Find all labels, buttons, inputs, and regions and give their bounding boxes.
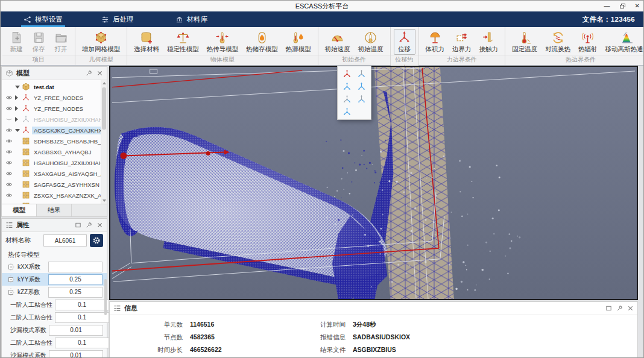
toolbar-group-label: 几何模型 bbox=[75, 55, 127, 65]
toolbar-button-gaussian-flux[interactable]: 移动高斯热通量 bbox=[602, 29, 644, 55]
tree-scrollbar[interactable] bbox=[101, 80, 107, 204]
material-name-input[interactable]: AL6061 bbox=[43, 234, 87, 247]
toolbar-button-convection[interactable]: 对流换热 bbox=[541, 29, 574, 55]
eye-open-icon[interactable] bbox=[5, 203, 13, 204]
toolbar-button-save[interactable]: 保存 bbox=[28, 29, 49, 55]
property-value-input[interactable]: 0.25 bbox=[48, 287, 103, 298]
displacement-option-2-triad-icon[interactable] bbox=[341, 81, 353, 92]
eye-open-icon[interactable] bbox=[5, 94, 13, 101]
displacement-option-0-triad-icon[interactable] bbox=[341, 69, 353, 80]
pin-icon[interactable] bbox=[616, 305, 623, 312]
eye-open-icon[interactable] bbox=[5, 181, 13, 188]
toolbar-button-heat-source[interactable]: 热源模型 bbox=[282, 29, 315, 55]
triad-red-small-icon bbox=[22, 104, 30, 113]
displacement-option-1-triad-icon[interactable] bbox=[356, 69, 368, 80]
toolbar-button-init-velocity[interactable]: 初始速度 bbox=[321, 29, 354, 55]
nav-tab-model[interactable]: 模型设置 bbox=[16, 11, 70, 27]
property-value-input[interactable] bbox=[48, 262, 103, 272]
eye-open-icon[interactable] bbox=[5, 127, 13, 134]
property-row[interactable]: 二阶人工粘合性0.1 bbox=[2, 311, 107, 324]
close-icon[interactable] bbox=[96, 222, 103, 228]
eye-open-icon[interactable] bbox=[5, 192, 13, 199]
tree-item[interactable]: test.dat bbox=[2, 81, 107, 92]
expander-down-icon[interactable] bbox=[15, 86, 20, 89]
scrollbar-thumb[interactable] bbox=[104, 279, 107, 315]
properties-panel-header: 属性 bbox=[2, 219, 107, 232]
property-row[interactable]: kYY系数0.25 bbox=[2, 273, 107, 286]
nav-tab-material[interactable]: 材料库 bbox=[168, 11, 215, 27]
pin-icon[interactable] bbox=[86, 70, 92, 77]
expander-right-icon[interactable] bbox=[15, 117, 20, 122]
property-row[interactable]: kXX系数 bbox=[2, 260, 107, 273]
toolbar-button-label: 热辐射 bbox=[578, 45, 598, 54]
toolbar-button-label: 体积力 bbox=[426, 45, 445, 54]
toolbar-button-folder-open[interactable]: 打开 bbox=[50, 29, 72, 55]
eye-closed-icon[interactable] bbox=[5, 116, 13, 123]
displacement-option-6-triad-icon[interactable] bbox=[341, 107, 353, 118]
tree-item[interactable]: HSAUHOISU_JZXIUXHAHX bbox=[2, 157, 107, 168]
toolbar-button-radiation[interactable]: 热辐射 bbox=[575, 29, 601, 55]
model-panel-tab-1[interactable]: 结果 bbox=[37, 204, 72, 216]
nav-tab-post[interactable]: 后处理 bbox=[94, 11, 141, 27]
expander-right-icon[interactable] bbox=[15, 106, 20, 111]
displacement-option-5-triad-icon[interactable] bbox=[356, 94, 368, 105]
property-value-input[interactable]: 0.1 bbox=[55, 300, 109, 310]
eye-open-icon[interactable] bbox=[5, 105, 13, 112]
property-row[interactable]: 沙漏模式系数0.01 bbox=[2, 349, 107, 358]
toolbar-button-doc-new[interactable]: 新建 bbox=[5, 29, 27, 55]
toolbar-button-heat-storage[interactable]: 热储存模型 bbox=[242, 29, 282, 55]
expander-right-icon[interactable] bbox=[15, 95, 20, 100]
close-icon[interactable] bbox=[627, 305, 634, 312]
property-row[interactable]: 沙漏模式系数0.01 bbox=[2, 324, 107, 336]
tree-item[interactable]: XSAXGAUS_AISYAQSH_ASHX bbox=[2, 168, 107, 179]
minimize-button[interactable]: — bbox=[604, 3, 610, 9]
property-row[interactable]: 二阶人工粘合性0.1 bbox=[2, 336, 107, 349]
model-panel-header: 模型 bbox=[2, 67, 107, 80]
toolbar-button-displacement[interactable]: 位移 bbox=[394, 29, 415, 55]
close-icon[interactable] bbox=[96, 70, 103, 77]
displacement-option-3-triad-icon[interactable] bbox=[356, 81, 368, 92]
tree-item[interactable]: HSAUHOISU_JZXIUXHAHX bbox=[2, 114, 107, 125]
tree-item[interactable]: YZ_FREE_NODES bbox=[2, 92, 107, 103]
tree-item[interactable]: XAGBSXG_AYHAQBJ bbox=[2, 146, 107, 157]
toolbar-button-init-temperature[interactable]: 初始温度 bbox=[355, 29, 387, 55]
close-button[interactable]: ✕ bbox=[635, 3, 640, 9]
tree-item[interactable]: YZ_FREE_NODES bbox=[2, 103, 107, 114]
toolbar-button-material-select[interactable]: 选择材料 bbox=[130, 29, 163, 55]
maximize-panel-icon[interactable] bbox=[605, 305, 612, 312]
model-panel-tab-0[interactable]: 模型 bbox=[2, 204, 37, 216]
eye-open-icon[interactable] bbox=[5, 148, 13, 155]
maximize-panel-icon[interactable] bbox=[75, 222, 81, 228]
material-settings-button[interactable] bbox=[90, 234, 103, 247]
toolbar-button-contact-force[interactable]: 接触力 bbox=[476, 29, 502, 55]
tree-item[interactable]: SAGFASGZ_ASYHHXSN bbox=[2, 179, 107, 190]
toolbar-button-boundary-force[interactable]: 边界力 bbox=[449, 29, 475, 55]
tree-item[interactable]: ZSXGX_HSAKAZNZXK_AHASX bbox=[2, 190, 107, 201]
toolbar-button-fixed-temperature[interactable]: 固定温度 bbox=[508, 29, 541, 55]
folder-open-icon bbox=[54, 31, 68, 45]
tree-item[interactable]: SDHSBJZS_GHSABJHB_ZAHU bbox=[2, 201, 107, 204]
property-value-input[interactable]: 0.25 bbox=[48, 274, 103, 285]
eye-open-icon[interactable] bbox=[5, 170, 13, 177]
maximize-button[interactable] bbox=[620, 4, 625, 8]
tree-item[interactable]: AGSGKJKG_GJHXAJKHXA bbox=[2, 125, 107, 136]
eye-open-icon[interactable] bbox=[5, 137, 13, 145]
property-value-input[interactable]: 0.01 bbox=[49, 325, 103, 336]
tree-item[interactable]: SDHSBJZS_GHSABJHB_ZAHU bbox=[2, 136, 107, 146]
property-row[interactable]: kZZ系数0.25 bbox=[2, 286, 107, 298]
property-value-input[interactable]: 0.1 bbox=[55, 312, 109, 323]
toolbar-button-heat-conduction[interactable]: 热传导模型 bbox=[203, 29, 242, 55]
displacement-option-4-triad-icon[interactable] bbox=[341, 94, 353, 105]
toolbar-button-body-force[interactable]: 体积力 bbox=[422, 29, 449, 55]
pin-icon[interactable] bbox=[86, 222, 92, 228]
scrollbar-thumb[interactable] bbox=[102, 87, 106, 130]
property-value-input[interactable]: 0.01 bbox=[49, 350, 103, 358]
toolbar-button-mesh-cube[interactable]: 增加网格模型 bbox=[78, 29, 124, 55]
eye-open-icon[interactable] bbox=[5, 159, 13, 166]
expander-down-icon[interactable] bbox=[15, 129, 20, 132]
property-label: kZZ系数 bbox=[17, 288, 46, 297]
toolbar-button-stability[interactable]: 稳定性模型 bbox=[163, 29, 203, 55]
property-value-input[interactable]: 0.1 bbox=[55, 338, 109, 348]
property-row[interactable]: 一阶人工粘合性0.1 bbox=[2, 298, 107, 311]
viewport-3d[interactable] bbox=[109, 66, 638, 300]
